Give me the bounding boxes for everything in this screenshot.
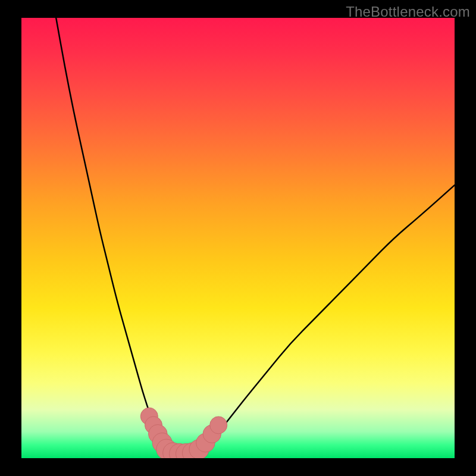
valley-marker (210, 416, 227, 434)
bottleneck-curve (56, 18, 455, 456)
chart-plot-area (21, 18, 455, 458)
chart-svg (21, 18, 455, 458)
curve-group (56, 18, 455, 456)
chart-frame: TheBottleneck.com (0, 0, 476, 476)
watermark-text: TheBottleneck.com (346, 4, 470, 20)
marker-group (140, 408, 227, 458)
